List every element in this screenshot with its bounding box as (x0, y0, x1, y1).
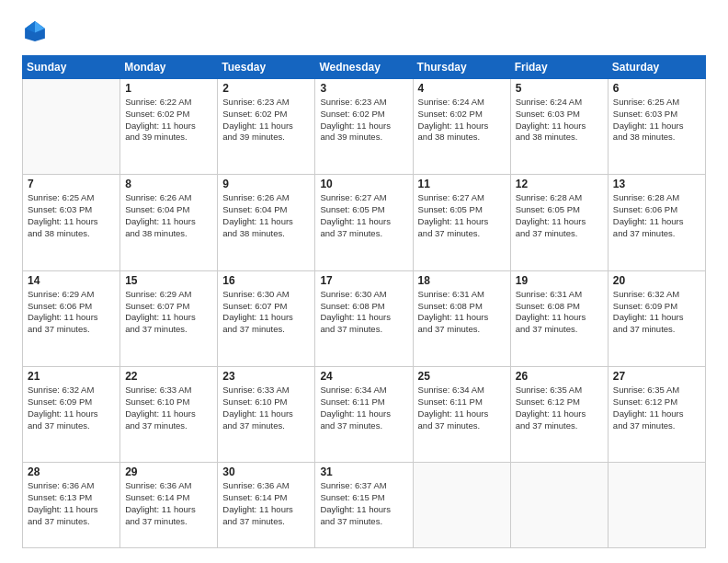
calendar-cell: 17Sunrise: 6:30 AM Sunset: 6:08 PM Dayli… (315, 270, 413, 366)
calendar-cell: 18Sunrise: 6:31 AM Sunset: 6:08 PM Dayli… (413, 270, 510, 366)
cell-text: Sunrise: 6:31 AM Sunset: 6:08 PM Dayligh… (516, 289, 603, 336)
day-number: 4 (418, 82, 506, 95)
cell-text: Sunrise: 6:23 AM Sunset: 6:02 PM Dayligh… (222, 97, 310, 144)
day-number: 20 (613, 274, 700, 287)
day-number: 22 (125, 370, 212, 383)
cell-text: Sunrise: 6:27 AM Sunset: 6:05 PM Dayligh… (418, 192, 506, 239)
calendar-cell: 14Sunrise: 6:29 AM Sunset: 6:06 PM Dayli… (23, 270, 120, 366)
day-number: 7 (28, 178, 115, 190)
day-number: 9 (222, 178, 310, 190)
calendar-cell: 25Sunrise: 6:34 AM Sunset: 6:11 PM Dayli… (413, 367, 510, 463)
cell-text: Sunrise: 6:32 AM Sunset: 6:09 PM Dayligh… (28, 385, 115, 431)
cell-text: Sunrise: 6:35 AM Sunset: 6:12 PM Dayligh… (613, 385, 700, 431)
day-number: 5 (516, 82, 603, 95)
day-number: 26 (516, 370, 603, 383)
cell-text: Sunrise: 6:22 AM Sunset: 6:02 PM Dayligh… (125, 97, 212, 144)
calendar-cell: 12Sunrise: 6:28 AM Sunset: 6:05 PM Dayli… (510, 175, 608, 270)
cell-text: Sunrise: 6:28 AM Sunset: 6:06 PM Dayligh… (613, 192, 700, 239)
day-number: 6 (613, 82, 700, 95)
calendar-week-row: 1Sunrise: 6:22 AM Sunset: 6:02 PM Daylig… (23, 79, 706, 175)
calendar-cell: 31Sunrise: 6:37 AM Sunset: 6:15 PM Dayli… (315, 463, 413, 548)
cell-text: Sunrise: 6:35 AM Sunset: 6:12 PM Dayligh… (516, 385, 603, 431)
cell-text: Sunrise: 6:34 AM Sunset: 6:11 PM Dayligh… (418, 385, 506, 431)
calendar-cell: 23Sunrise: 6:33 AM Sunset: 6:10 PM Dayli… (218, 367, 315, 463)
cell-text: Sunrise: 6:25 AM Sunset: 6:03 PM Dayligh… (28, 192, 115, 239)
cell-text: Sunrise: 6:28 AM Sunset: 6:05 PM Dayligh… (516, 192, 603, 239)
calendar-cell: 2Sunrise: 6:23 AM Sunset: 6:02 PM Daylig… (218, 79, 315, 175)
cell-text: Sunrise: 6:31 AM Sunset: 6:08 PM Dayligh… (418, 289, 506, 336)
calendar-cell (510, 463, 608, 548)
cell-text: Sunrise: 6:36 AM Sunset: 6:14 PM Dayligh… (222, 480, 310, 527)
cell-text: Sunrise: 6:27 AM Sunset: 6:05 PM Dayligh… (320, 192, 407, 239)
cell-text: Sunrise: 6:23 AM Sunset: 6:02 PM Dayligh… (320, 97, 407, 144)
calendar-cell: 21Sunrise: 6:32 AM Sunset: 6:09 PM Dayli… (23, 367, 120, 463)
day-number: 10 (320, 178, 407, 190)
calendar-cell: 22Sunrise: 6:33 AM Sunset: 6:10 PM Dayli… (120, 367, 218, 463)
calendar-cell (23, 79, 120, 175)
calendar-cell: 9Sunrise: 6:26 AM Sunset: 6:04 PM Daylig… (218, 175, 315, 270)
calendar-cell (413, 463, 510, 548)
day-number: 31 (320, 465, 407, 478)
day-number: 24 (320, 370, 407, 383)
day-number: 8 (125, 178, 212, 190)
cell-text: Sunrise: 6:25 AM Sunset: 6:03 PM Dayligh… (613, 97, 700, 144)
calendar-cell: 30Sunrise: 6:36 AM Sunset: 6:14 PM Dayli… (218, 463, 315, 548)
calendar-cell: 4Sunrise: 6:24 AM Sunset: 6:02 PM Daylig… (413, 79, 510, 175)
cell-text: Sunrise: 6:33 AM Sunset: 6:10 PM Dayligh… (125, 385, 212, 431)
calendar-header-row: SundayMondayTuesdayWednesdayThursdayFrid… (23, 56, 706, 79)
day-number: 29 (125, 465, 212, 478)
day-number: 1 (125, 82, 212, 95)
day-number: 13 (613, 178, 700, 190)
cell-text: Sunrise: 6:30 AM Sunset: 6:07 PM Dayligh… (222, 289, 310, 336)
cell-text: Sunrise: 6:29 AM Sunset: 6:07 PM Dayligh… (125, 289, 212, 336)
calendar-cell: 28Sunrise: 6:36 AM Sunset: 6:13 PM Dayli… (23, 463, 120, 548)
calendar-cell: 19Sunrise: 6:31 AM Sunset: 6:08 PM Dayli… (510, 270, 608, 366)
logo (22, 18, 51, 44)
calendar-table: SundayMondayTuesdayWednesdayThursdayFrid… (22, 55, 706, 548)
calendar-day-header: Friday (510, 56, 608, 79)
day-number: 2 (222, 82, 310, 95)
cell-text: Sunrise: 6:37 AM Sunset: 6:15 PM Dayligh… (320, 480, 407, 527)
calendar-cell: 3Sunrise: 6:23 AM Sunset: 6:02 PM Daylig… (315, 79, 413, 175)
cell-text: Sunrise: 6:24 AM Sunset: 6:03 PM Dayligh… (516, 97, 603, 144)
day-number: 25 (418, 370, 506, 383)
day-number: 23 (222, 370, 310, 383)
calendar-cell: 13Sunrise: 6:28 AM Sunset: 6:06 PM Dayli… (608, 175, 705, 270)
calendar-cell: 20Sunrise: 6:32 AM Sunset: 6:09 PM Dayli… (608, 270, 705, 366)
day-number: 30 (222, 465, 310, 478)
day-number: 18 (418, 274, 506, 287)
cell-text: Sunrise: 6:36 AM Sunset: 6:14 PM Dayligh… (125, 480, 212, 527)
calendar-day-header: Thursday (413, 56, 510, 79)
cell-text: Sunrise: 6:26 AM Sunset: 6:04 PM Dayligh… (222, 192, 310, 239)
day-number: 12 (516, 178, 603, 190)
calendar-day-header: Saturday (608, 56, 705, 79)
day-number: 17 (320, 274, 407, 287)
calendar-cell: 11Sunrise: 6:27 AM Sunset: 6:05 PM Dayli… (413, 175, 510, 270)
calendar-cell: 6Sunrise: 6:25 AM Sunset: 6:03 PM Daylig… (608, 79, 705, 175)
logo-icon (22, 18, 48, 44)
day-number: 11 (418, 178, 506, 190)
calendar-day-header: Tuesday (218, 56, 315, 79)
calendar-cell (608, 463, 705, 548)
day-number: 27 (613, 370, 700, 383)
calendar-cell: 29Sunrise: 6:36 AM Sunset: 6:14 PM Dayli… (120, 463, 218, 548)
calendar-cell: 10Sunrise: 6:27 AM Sunset: 6:05 PM Dayli… (315, 175, 413, 270)
cell-text: Sunrise: 6:36 AM Sunset: 6:13 PM Dayligh… (28, 480, 115, 527)
cell-text: Sunrise: 6:32 AM Sunset: 6:09 PM Dayligh… (613, 289, 700, 336)
calendar-cell: 7Sunrise: 6:25 AM Sunset: 6:03 PM Daylig… (23, 175, 120, 270)
calendar-week-row: 14Sunrise: 6:29 AM Sunset: 6:06 PM Dayli… (23, 270, 706, 366)
calendar-day-header: Sunday (23, 56, 120, 79)
calendar-day-header: Monday (120, 56, 218, 79)
cell-text: Sunrise: 6:29 AM Sunset: 6:06 PM Dayligh… (28, 289, 115, 336)
calendar-cell: 26Sunrise: 6:35 AM Sunset: 6:12 PM Dayli… (510, 367, 608, 463)
calendar-cell: 15Sunrise: 6:29 AM Sunset: 6:07 PM Dayli… (120, 270, 218, 366)
day-number: 16 (222, 274, 310, 287)
calendar-week-row: 28Sunrise: 6:36 AM Sunset: 6:13 PM Dayli… (23, 463, 706, 548)
day-number: 3 (320, 82, 407, 95)
cell-text: Sunrise: 6:26 AM Sunset: 6:04 PM Dayligh… (125, 192, 212, 239)
day-number: 14 (28, 274, 115, 287)
day-number: 19 (516, 274, 603, 287)
cell-text: Sunrise: 6:34 AM Sunset: 6:11 PM Dayligh… (320, 385, 407, 431)
calendar-cell: 24Sunrise: 6:34 AM Sunset: 6:11 PM Dayli… (315, 367, 413, 463)
calendar-week-row: 7Sunrise: 6:25 AM Sunset: 6:03 PM Daylig… (23, 175, 706, 270)
